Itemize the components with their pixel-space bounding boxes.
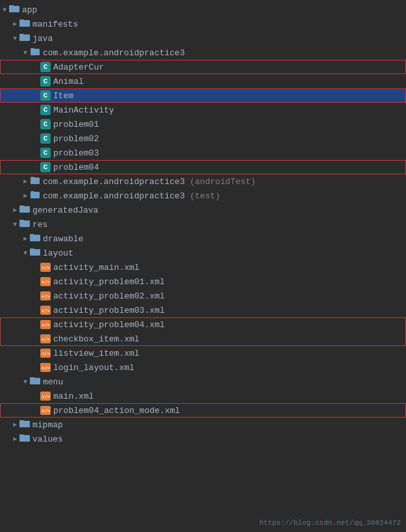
tree-item-activity_main.xml[interactable]: </> activity_main.xml [0, 260, 406, 274]
tree-item-login_layout.xml[interactable]: </> login_layout.xml [0, 360, 406, 375]
tree-item-label: MainActivity [53, 105, 114, 115]
tree-item-label: drawable [43, 234, 83, 244]
tree-arrow: ▼ [21, 250, 30, 257]
svg-rect-17 [30, 234, 34, 236]
class-icon: C [40, 119, 51, 129]
tree-item-AdapterCur[interactable]: CAdapterCur [0, 60, 406, 74]
folder-icon [19, 204, 32, 217]
class-icon: C [40, 105, 51, 115]
tree-arrow: ► [10, 436, 19, 443]
tree-item-menu[interactable]: ▼ menu [0, 375, 406, 389]
tree-arrow: ▼ [21, 379, 30, 386]
tree-arrow: ► [21, 235, 30, 243]
svg-rect-9 [31, 177, 34, 179]
svg-text:</>: </> [42, 351, 50, 356]
tree-item-values[interactable]: ► values [0, 432, 406, 446]
svg-rect-7 [31, 48, 34, 50]
tree-item-manifests[interactable]: ► manifests [0, 17, 406, 31]
tree-arrow: ► [10, 207, 19, 214]
tree-item-Item[interactable]: CItem [0, 88, 406, 103]
tree-item-drawable[interactable]: ► drawable [0, 232, 406, 246]
class-icon: C [40, 76, 51, 86]
tree-item-label: java [32, 34, 53, 44]
svg-text:</>: </> [42, 337, 50, 342]
xml-icon: </> [40, 320, 51, 329]
tree-item-com.example.androidpractice3[interactable]: ▼ com.example.androidpractice3 [0, 46, 406, 60]
tree-item-label: Animal [53, 77, 84, 86]
folder-icon [30, 232, 43, 245]
tree-arrow: ▼ [10, 221, 19, 228]
tree-item-label: res [32, 220, 47, 230]
class-icon: C [40, 148, 51, 158]
folder-icon [19, 218, 32, 231]
svg-rect-13 [19, 206, 24, 207]
tree-item-activity_problem03.xml[interactable]: </> activity_problem03.xml [0, 303, 406, 317]
svg-rect-5 [19, 34, 24, 36]
tree-item-problem02[interactable]: Cproblem02 [0, 131, 406, 146]
package-icon [30, 46, 43, 59]
tree-item-java[interactable]: ▼ java [0, 31, 406, 46]
tree-item-res[interactable]: ▼ res [0, 217, 406, 232]
watermark: https://blog.csdn.net/qq_39824472 [259, 519, 401, 527]
svg-rect-45 [19, 434, 24, 436]
svg-rect-43 [19, 420, 24, 422]
tree-item-label: activity_problem03.xml [53, 306, 165, 315]
tree-item-label: com.example.androidpractice3 [43, 48, 184, 58]
tree-item-Animal[interactable]: CAnimal [0, 74, 406, 88]
tree-arrow: ► [21, 178, 30, 185]
folder-icon [19, 32, 32, 45]
tree-item-mipmap[interactable]: ► mipmap [0, 418, 406, 432]
folder-icon [19, 432, 32, 446]
tree-item-label: generatedJava [32, 206, 98, 215]
tree-item-activity_problem04.xml[interactable]: </> activity_problem04.xml [0, 317, 406, 332]
tree-item-label: activity_problem01.xml [53, 277, 165, 287]
tree-arrow: ► [10, 421, 19, 429]
tree-item-label: activity_problem02.xml [53, 291, 165, 301]
xml-icon: </> [40, 277, 51, 286]
tree-item-com.example.androidpractice3.androidTest[interactable]: ► com.example.androidpractice3 (androidT… [0, 174, 406, 189]
tree-item-activity_problem01.xml[interactable]: </> activity_problem01.xml [0, 274, 406, 289]
tree-item-generatedJava[interactable]: ► generatedJava [0, 203, 406, 217]
tree-item-listview_item.xml[interactable]: </> listview_item.xml [0, 346, 406, 360]
svg-rect-11 [31, 191, 34, 193]
tree-item-checkbox_item.xml[interactable]: </> checkbox_item.xml [0, 332, 406, 346]
class-icon: C [40, 162, 51, 172]
tree-item-com.example.androidpractice3.test[interactable]: ► com.example.androidpractice3 (test) [0, 189, 406, 203]
tree-arrow: ► [21, 193, 30, 200]
svg-text:</>: </> [42, 394, 50, 399]
package-icon [30, 175, 43, 188]
svg-text:</>: </> [42, 408, 50, 414]
tree-item-label: manifests [32, 20, 78, 29]
svg-rect-19 [30, 248, 34, 250]
tree-item-problem03[interactable]: Cproblem03 [0, 146, 406, 160]
tree-item-problem01[interactable]: Cproblem01 [0, 117, 406, 131]
folder-icon [19, 18, 32, 31]
folder-icon [30, 375, 43, 388]
activity-checkbox-group: </> activity_problem04.xml </> checkbox_… [0, 317, 406, 346]
tree-item-activity_problem02.xml[interactable]: </> activity_problem02.xml [0, 289, 406, 303]
svg-rect-3 [19, 20, 24, 21]
tree-item-MainActivity[interactable]: CMainActivity [0, 103, 406, 117]
xml-icon: </> [40, 363, 51, 372]
tree-item-main.xml[interactable]: </> main.xml [0, 389, 406, 403]
tree-item-label: problem01 [53, 120, 99, 129]
tree-item-label: com.example.androidpractice3 (test) [43, 191, 220, 201]
tree-item-label: layout [43, 248, 73, 258]
tree-item-app[interactable]: ▼ app [0, 3, 406, 17]
svg-rect-15 [19, 220, 24, 222]
svg-text:</>: </> [42, 366, 50, 371]
tree-item-label: problem04 [53, 163, 99, 172]
svg-text:</>: </> [42, 308, 50, 313]
tree-item-layout[interactable]: ▼ layout [0, 246, 406, 260]
tree-item-label: app [22, 5, 37, 15]
svg-rect-37 [30, 377, 34, 379]
class-icon: C [40, 90, 51, 101]
tree-arrow: ▼ [10, 35, 19, 42]
tree-arrow: ► [10, 21, 19, 28]
tree-item-problem04_action_mode.xml[interactable]: </> problem04_action_mode.xml [0, 403, 406, 418]
svg-text:</>: </> [42, 280, 50, 285]
tree-item-label: listview_item.xml [53, 349, 140, 358]
tree-item-label: main.xml [53, 392, 94, 401]
tree-item-problem04[interactable]: Cproblem04 [0, 160, 406, 174]
tree-item-label: problem02 [53, 134, 99, 144]
